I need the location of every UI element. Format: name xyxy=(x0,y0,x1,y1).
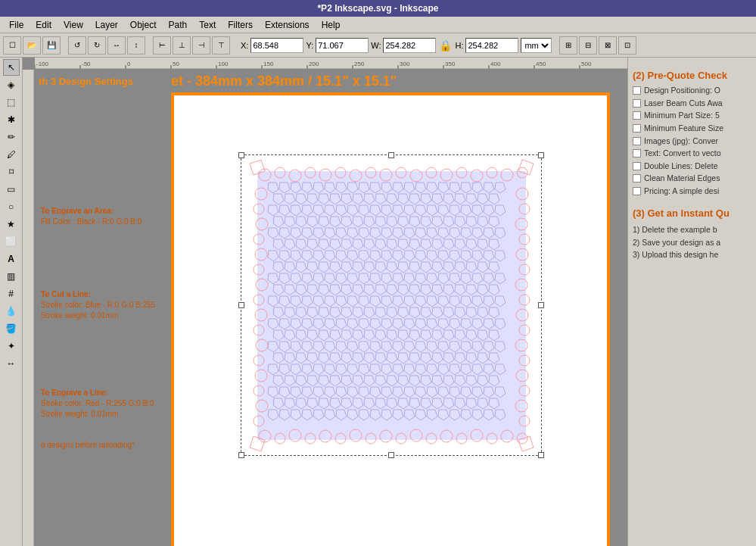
rect-tool[interactable]: ▭ xyxy=(3,181,20,198)
checkbox-3[interactable] xyxy=(633,124,641,133)
mesh-tool[interactable]: # xyxy=(3,285,20,302)
checkbox-8[interactable] xyxy=(633,187,641,195)
paint-bucket-tool[interactable]: 🪣 xyxy=(3,320,20,337)
checklist-label-6: Double Lines: Delete xyxy=(644,161,717,172)
calligraphy-tool[interactable]: ⌑ xyxy=(3,164,20,180)
checklist-item-6: Double Lines: Delete xyxy=(633,161,751,172)
engrave-line-title: To Engrave a Line: xyxy=(41,388,154,398)
menu-file[interactable]: File xyxy=(3,18,30,32)
menu-object[interactable]: Object xyxy=(124,18,163,32)
connector-tool[interactable]: ↔ xyxy=(3,355,20,372)
lock-icon: 🔒 xyxy=(439,39,452,51)
checklist-label-3: Minimum Feature Size xyxy=(644,123,723,134)
w-input[interactable] xyxy=(383,38,436,53)
checkbox-0[interactable] xyxy=(633,86,641,95)
spray-tool[interactable]: ✦ xyxy=(3,338,20,354)
page-dimension-header: et - 384mm x 384mm / 15.1" x 15.1" xyxy=(171,73,397,89)
new-button[interactable]: ☐ xyxy=(3,36,21,55)
menu-path[interactable]: Path xyxy=(163,18,194,32)
menu-filters[interactable]: Filters xyxy=(222,18,259,32)
align-right-button[interactable]: ⊣ xyxy=(192,36,210,55)
flip-v-button[interactable]: ↕ xyxy=(127,36,145,55)
pencil-tool[interactable]: ✏ xyxy=(3,129,20,145)
pen-tool[interactable]: 🖊 xyxy=(3,146,20,163)
3d-box-tool[interactable]: ⬜ xyxy=(3,233,20,250)
checkbox-6[interactable] xyxy=(633,162,641,170)
cut-line-annotation: To Cut a Line: Stroke color: Blue - R:0 … xyxy=(41,289,155,321)
checklist-item-2: Minimum Part Size: 5 xyxy=(633,111,751,121)
checkbox-2[interactable] xyxy=(633,111,641,120)
y-input[interactable] xyxy=(316,38,369,53)
save-button[interactable]: 💾 xyxy=(42,36,61,55)
svg-text:100: 100 xyxy=(218,61,229,67)
menu-edit[interactable]: Edit xyxy=(30,18,58,32)
align-top-button[interactable]: ⊤ xyxy=(212,36,230,55)
snap-btn1[interactable]: ⊞ xyxy=(559,36,577,55)
title-text: *P2 Inkscape.svg - Inkscape xyxy=(317,3,438,14)
checkbox-4[interactable] xyxy=(633,137,641,145)
svg-text:500: 500 xyxy=(581,61,592,67)
engrave-line2: Stroke weight: 0.01mm xyxy=(41,409,154,420)
checklist-item-1: Laser Beam Cuts Awa xyxy=(633,98,751,109)
checklist-item-4: Images (jpg): Conver xyxy=(633,136,751,147)
menu-text[interactable]: Text xyxy=(193,18,222,32)
text-tool[interactable]: A xyxy=(3,251,20,267)
svg-text:450: 450 xyxy=(536,61,546,67)
menu-layer[interactable]: Layer xyxy=(89,18,124,32)
snap-btn4[interactable]: ⊡ xyxy=(618,36,636,55)
menu-help[interactable]: Help xyxy=(316,18,347,32)
ruler-left xyxy=(23,70,35,546)
svg-text:50: 50 xyxy=(173,61,179,67)
align-left-button[interactable]: ⊢ xyxy=(153,36,171,55)
checklist-label-7: Clean Material Edges xyxy=(644,173,720,184)
flip-h-button[interactable]: ↔ xyxy=(107,36,126,55)
x-input[interactable] xyxy=(250,38,303,53)
cut-line1: Stroke color: Blue - R:0 G:0 B:255 xyxy=(41,300,155,310)
measure-tool[interactable]: ✱ xyxy=(3,111,20,128)
engrave-line-annotation: To Engrave a Line: Stroke color: Red - R… xyxy=(41,388,154,420)
circle-tool[interactable]: ○ xyxy=(3,198,20,215)
step-2: 2) Save your design as a xyxy=(633,236,751,249)
unit-select[interactable]: mm px in xyxy=(521,38,552,53)
section2-title: (2) Pre-Quote Check xyxy=(633,70,751,81)
align-center-button[interactable]: ⊥ xyxy=(173,36,191,55)
main-area: ↖ ◈ ⬚ ✱ ✏ 🖊 ⌑ ▭ ○ ★ ⬜ A ▥ # 💧 🪣 ✦ ↔ -100 xyxy=(0,58,756,546)
zoom-tool[interactable]: ⬚ xyxy=(3,94,20,111)
svg-text:400: 400 xyxy=(490,61,501,67)
snap-btn3[interactable]: ⊠ xyxy=(599,36,617,55)
snap-btn2[interactable]: ⊟ xyxy=(579,36,597,55)
select-tool[interactable]: ↖ xyxy=(3,59,20,76)
menu-view[interactable]: View xyxy=(58,18,89,32)
svg-text:250: 250 xyxy=(354,61,365,67)
node-tool[interactable]: ◈ xyxy=(3,76,20,93)
x-label: X: xyxy=(241,41,248,50)
ruler-top: -100 -50 0 50 100 150 200 250 30 xyxy=(35,58,627,70)
cut-line-title: To Cut a Line: xyxy=(41,289,155,300)
checklist-item-0: Design Positioning: O xyxy=(633,86,751,96)
step-1: 1) Delete the example b xyxy=(633,223,751,236)
checkbox-7[interactable] xyxy=(633,174,641,183)
right-panel: (2) Pre-Quote Check Design Positioning: … xyxy=(627,58,756,546)
checkbox-1[interactable] xyxy=(633,99,641,108)
menu-bar: File Edit View Layer Object Path Text Fi… xyxy=(0,17,756,33)
checklist-label-1: Laser Beam Cuts Awa xyxy=(644,98,723,109)
undo-button[interactable]: ↺ xyxy=(68,36,86,55)
dropper-tool[interactable]: 💧 xyxy=(3,303,20,320)
step-3: 3) Upload this design he xyxy=(633,248,751,261)
canvas-viewport[interactable]: et - 384mm x 384mm / 15.1" x 15.1" xyxy=(35,70,627,546)
svg-rect-28 xyxy=(23,70,35,546)
redo-button[interactable]: ↻ xyxy=(88,36,106,55)
open-button[interactable]: 📂 xyxy=(23,36,41,55)
h-input[interactable] xyxy=(465,38,518,53)
menu-extensions[interactable]: Extensions xyxy=(259,18,316,32)
gradient-tool[interactable]: ▥ xyxy=(3,268,20,285)
checkbox-5[interactable] xyxy=(633,149,641,158)
star-tool[interactable]: ★ xyxy=(3,216,20,232)
svg-text:150: 150 xyxy=(263,61,274,67)
checklist-item-5: Text: Convert to vecto xyxy=(633,148,751,159)
left-toolbox: ↖ ◈ ⬚ ✱ ✏ 🖊 ⌑ ▭ ○ ★ ⬜ A ▥ # 💧 🪣 ✦ ↔ xyxy=(0,58,23,546)
canvas-area[interactable]: -100 -50 0 50 100 150 200 250 30 xyxy=(23,58,627,546)
checklist-label-2: Minimum Part Size: 5 xyxy=(644,111,720,121)
footer-annotation: d designs before uploading* xyxy=(41,441,135,449)
engrave-area-line1: Fill Color : Black - R:0 G:0 B:0 xyxy=(41,217,142,227)
